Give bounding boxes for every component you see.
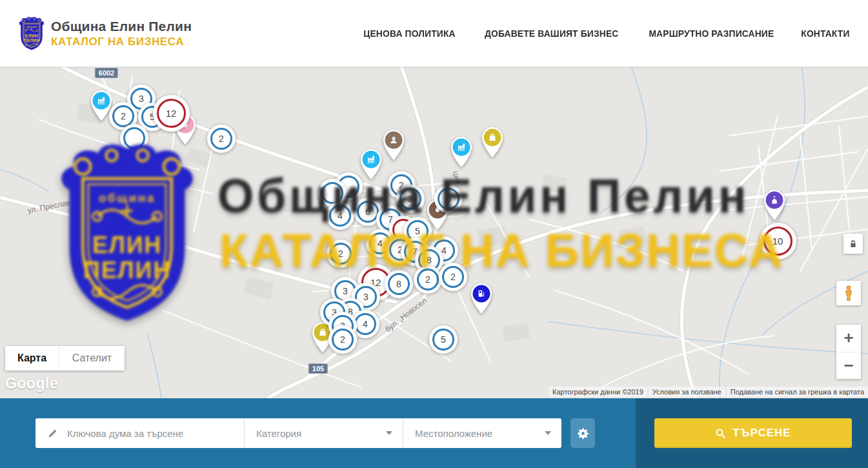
cluster-marker[interactable] [120,124,148,152]
main-nav: ЦЕНОВА ПОЛИТИКА ДОБАВЕТЕ ВАШИЯТ БИЗНЕС М… [359,0,852,66]
site-logo[interactable]: община ЕЛИН ПЕЛИН Община Елин Пелин КАТА… [18,13,192,54]
search-button-label: ТЪРСЕНЕ [732,427,791,440]
pencil-icon [47,428,58,439]
advanced-search-button[interactable] [570,418,595,448]
map-type-map-button[interactable]: Карта [5,346,59,371]
attribution-copyright: Картографски данни ©2019 [549,387,647,397]
zoom-out-button[interactable]: − [836,352,861,380]
search-icon [715,428,726,439]
search-bar: Категория Местоположение ТЪРСЕНЕ [0,398,868,468]
nav-item-add-business[interactable]: ДОБАВЕТЕ ВАШИЯТ БИЗНЕС [485,28,618,39]
cluster-marker[interactable]: 5 [434,185,463,213]
site-subtitle: КАТАЛОГ НА БИЗНЕСА [51,36,192,48]
location-select[interactable]: Местоположение [403,418,561,448]
search-box: Категория Местоположение [35,418,561,448]
zoom-control: + − [836,325,861,379]
category-pin-shopping-bag[interactable] [479,125,505,158]
category-pin-factory[interactable] [358,147,384,180]
chevron-down-icon [545,431,551,435]
category-pin-worker[interactable] [381,127,407,161]
svg-text:община: община [26,26,37,28]
municipality-crest-icon: община ЕЛИН ПЕЛИН [18,13,45,54]
cluster-marker[interactable]: 8 [385,270,413,298]
business-catalog-page: община ЕЛИН ПЕЛИН Община Елин Пелин КАТА… [0,0,868,468]
cluster-marker[interactable]: 5 [429,325,458,354]
lock-button[interactable] [843,234,863,254]
nav-item-route-schedule[interactable]: МАРШРУТНО РАЗПИСАНИЕ [649,28,774,39]
cluster-marker[interactable]: 4 [326,201,354,230]
nav-item-pricing[interactable]: ЦЕНОВА ПОЛИТИКА [363,28,455,39]
cluster-marker[interactable]: 2 [207,125,236,153]
cluster-marker[interactable]: 2 [328,325,357,354]
search-button[interactable]: ТЪРСЕНЕ [654,418,852,448]
category-pin-fuel[interactable] [469,281,494,314]
cluster-marker[interactable]: 2 [414,265,442,294]
svg-text:ПЕЛИН: ПЕЛИН [23,38,39,43]
site-title: Община Елин Пелин [51,19,192,34]
chevron-down-icon [386,431,392,435]
report-map-error-link[interactable]: Подаване на сигнал за грешка в картата [727,387,868,397]
category-pin-factory[interactable] [449,134,474,168]
cluster-marker[interactable]: 2 [327,239,355,268]
category-select-value: Категория [256,428,301,439]
cluster-marker[interactable]: 2 [439,263,467,291]
google-logo[interactable]: Google [5,375,58,392]
pegman-icon [842,285,856,301]
category-pin-church[interactable] [762,187,787,221]
gear-icon [577,427,589,440]
keyword-section [35,418,244,448]
header: община ЕЛИН ПЕЛИН Община Елин Пелин КАТА… [0,0,868,67]
pegman-button[interactable] [836,281,861,305]
google-map[interactable]: 6002105ул. Преславбул. „Новоселция [0,66,868,398]
svg-text:ЕЛИН: ЕЛИН [25,34,38,38]
terms-of-use-link[interactable]: Условия за ползване [649,387,725,397]
map-type-control: Карта Сателит [5,346,125,371]
map-attribution: Картографски данни ©2019 Условия за полз… [549,387,868,397]
site-title-block: Община Елин Пелин КАТАЛОГ НА БИЗНЕСА [51,19,192,48]
location-select-value: Местоположение [415,428,492,439]
map-type-satellite-button[interactable]: Сателит [59,346,125,371]
lock-icon [848,239,858,249]
keyword-search-input[interactable] [66,427,244,440]
cluster-marker[interactable]: 10 [760,223,796,259]
category-select[interactable]: Категория [245,418,403,448]
zoom-in-button[interactable]: + [836,325,861,352]
cluster-marker[interactable]: 3 [396,185,425,213]
cluster-marker[interactable]: 12 [153,95,190,132]
nav-item-contacts[interactable]: КОНТАКТИ [801,28,849,39]
map-markers-layer: 3251222356475427428128223383432510 [0,66,868,398]
